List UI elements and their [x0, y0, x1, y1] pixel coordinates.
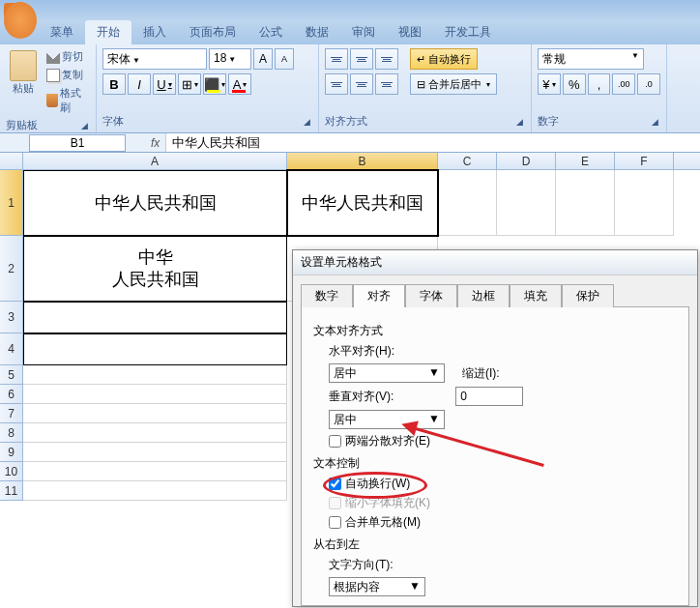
- text-align-section: 文本对齐方式: [313, 323, 677, 339]
- row-header-7[interactable]: 7: [0, 404, 23, 423]
- number-launcher[interactable]: ◢: [652, 117, 660, 127]
- tab-menu[interactable]: 菜单: [39, 20, 85, 44]
- dialog-tab-protect[interactable]: 保护: [562, 284, 614, 307]
- tab-dev[interactable]: 开发工具: [433, 20, 503, 44]
- merge-label: 合并后居中: [428, 77, 481, 92]
- col-header-E[interactable]: E: [556, 153, 615, 169]
- tab-formula[interactable]: 公式: [248, 20, 294, 44]
- underline-button[interactable]: U▾: [153, 73, 176, 95]
- brush-button[interactable]: 格式刷: [45, 85, 90, 116]
- font-launcher[interactable]: ◢: [304, 117, 312, 127]
- cell-A10[interactable]: [23, 462, 287, 481]
- dialog-tab-fill[interactable]: 填充: [510, 284, 562, 307]
- valign-select[interactable]: 居中▼: [329, 410, 445, 429]
- cell-A5[interactable]: [23, 365, 287, 385]
- tab-view[interactable]: 视图: [387, 20, 433, 44]
- cell-F1[interactable]: [615, 170, 674, 236]
- cell-A6[interactable]: [23, 385, 287, 404]
- row-header-3[interactable]: 3: [0, 302, 23, 333]
- col-header-D[interactable]: D: [497, 153, 556, 169]
- cell-E1[interactable]: [556, 170, 615, 236]
- row-header-11[interactable]: 11: [0, 481, 23, 501]
- cell-B1[interactable]: 中华人民共和国: [287, 170, 438, 236]
- cell-A9[interactable]: [23, 443, 287, 462]
- row-header-2[interactable]: 2: [0, 236, 23, 302]
- ribbon: 粘贴 剪切 复制 格式刷 剪贴板◢ 宋体▼ 18▼ A A B I U▾ ⊞▾ …: [0, 44, 700, 133]
- row-header-1[interactable]: 1: [0, 170, 23, 236]
- cell-A3[interactable]: [23, 302, 287, 333]
- row-header-4[interactable]: 4: [0, 333, 23, 365]
- cell-A4[interactable]: [23, 333, 287, 365]
- main-menu-button[interactable]: [4, 2, 37, 39]
- col-header-F[interactable]: F: [615, 153, 674, 169]
- tab-home[interactable]: 开始: [85, 20, 131, 44]
- grow-font-button[interactable]: A: [253, 48, 273, 70]
- bold-button[interactable]: B: [102, 73, 126, 95]
- tab-review[interactable]: 审阅: [340, 20, 387, 44]
- merge-checkbox[interactable]: 合并单元格(M): [329, 514, 677, 531]
- wrap-text-button[interactable]: ↵自动换行: [410, 48, 478, 70]
- formula-input[interactable]: 中华人民共和国: [165, 133, 700, 152]
- cell-D1[interactable]: [497, 170, 556, 236]
- percent-button[interactable]: %: [563, 73, 586, 95]
- direction-select[interactable]: 根据内容▼: [329, 577, 425, 596]
- rtl-section: 从右到左: [313, 536, 677, 553]
- cell-A8[interactable]: [23, 423, 287, 443]
- paste-button[interactable]: 粘贴: [6, 48, 42, 98]
- name-box[interactable]: B1: [29, 134, 126, 152]
- clipboard-launcher[interactable]: ◢: [81, 121, 90, 130]
- dialog-tab-font[interactable]: 字体: [405, 284, 457, 307]
- col-header-B[interactable]: B: [287, 153, 438, 169]
- tab-layout[interactable]: 页面布局: [178, 20, 248, 44]
- paste-label: 粘贴: [13, 81, 34, 96]
- select-all-corner[interactable]: [0, 153, 23, 169]
- row-header-10[interactable]: 10: [0, 462, 23, 481]
- wrap-checkbox[interactable]: 自动换行(W): [329, 476, 677, 492]
- row-header-8[interactable]: 8: [0, 423, 23, 443]
- cell-A2[interactable]: 中华人民共和国: [23, 236, 287, 302]
- copy-icon: [46, 69, 60, 82]
- tab-data[interactable]: 数据: [294, 20, 340, 44]
- dialog-tab-align[interactable]: 对齐: [353, 284, 405, 307]
- currency-button[interactable]: ¥▾: [538, 73, 561, 95]
- merge-center-button[interactable]: ⊟合并后居中▾: [410, 73, 497, 95]
- font-name-select[interactable]: 宋体▼: [102, 48, 207, 70]
- text-control-section: 文本控制: [313, 455, 677, 472]
- align-top-button[interactable]: [325, 48, 348, 70]
- shrink-font-button[interactable]: A: [275, 48, 294, 70]
- border-button[interactable]: ⊞▾: [178, 73, 201, 95]
- copy-button[interactable]: 复制: [45, 67, 90, 83]
- col-header-A[interactable]: A: [23, 153, 287, 169]
- row-header-9[interactable]: 9: [0, 443, 23, 462]
- indent-spinner[interactable]: [455, 387, 523, 406]
- cell-C1[interactable]: [438, 170, 497, 236]
- cell-A1[interactable]: 中华人民共和国: [23, 170, 287, 236]
- cell-A7[interactable]: [23, 404, 287, 423]
- font-size-select[interactable]: 18▼: [209, 48, 251, 70]
- align-launcher[interactable]: ◢: [516, 117, 525, 127]
- decrease-decimal-button[interactable]: .0: [637, 73, 660, 95]
- row-header-6[interactable]: 6: [0, 385, 23, 404]
- align-bottom-button[interactable]: [375, 48, 398, 70]
- dialog-tab-border[interactable]: 边框: [457, 284, 510, 307]
- align-center-button[interactable]: [350, 73, 373, 95]
- comma-button[interactable]: ,: [588, 73, 611, 95]
- formula-bar: B1 fx 中华人民共和国: [0, 133, 700, 153]
- cell-A11[interactable]: [23, 481, 287, 501]
- dialog-tab-number[interactable]: 数字: [301, 284, 353, 307]
- font-color-button[interactable]: A▾: [228, 73, 251, 95]
- align-middle-button[interactable]: [350, 48, 373, 70]
- fx-icon[interactable]: fx: [151, 136, 160, 150]
- italic-button[interactable]: I: [128, 73, 151, 95]
- halign-select[interactable]: 居中▼: [329, 363, 445, 383]
- fill-color-button[interactable]: ⬛▾: [203, 73, 226, 95]
- justify-checkbox[interactable]: 两端分散对齐(E): [329, 433, 677, 449]
- number-format-select[interactable]: 常规▼: [538, 48, 644, 70]
- row-header-5[interactable]: 5: [0, 365, 23, 385]
- increase-decimal-button[interactable]: .00: [612, 73, 635, 95]
- tab-insert[interactable]: 插入: [131, 20, 178, 44]
- cut-button[interactable]: 剪切: [45, 48, 90, 65]
- align-right-button[interactable]: [375, 73, 398, 95]
- col-header-C[interactable]: C: [438, 153, 497, 169]
- align-left-button[interactable]: [325, 73, 348, 95]
